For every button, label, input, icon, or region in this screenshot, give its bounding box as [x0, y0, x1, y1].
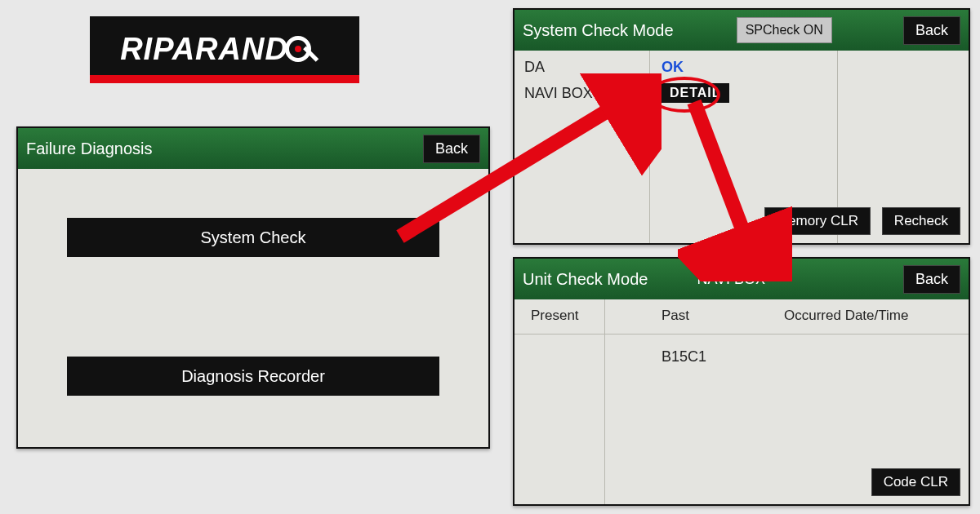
panel1-title: Failure Diagnosis: [26, 140, 153, 158]
panel1-header: Failure Diagnosis Back: [18, 128, 488, 169]
back-button[interactable]: Back: [903, 265, 960, 294]
memory-clr-button[interactable]: Memory CLR: [764, 207, 871, 235]
system-check-button[interactable]: System Check: [67, 218, 439, 257]
system-check-label: System Check: [201, 228, 306, 247]
col-header-occurred: Occurred Date/Time: [784, 308, 908, 324]
unit-check-mode-panel: Unit Check Mode NAVI BOX Back Present Pa…: [513, 257, 970, 506]
recheck-button[interactable]: Recheck: [882, 207, 960, 235]
diagnosis-recorder-button[interactable]: Diagnosis Recorder: [67, 357, 439, 396]
cell-past-code: B15C1: [662, 348, 706, 366]
panel3-body: Present Past Occurred Date/Time B15C1 Co…: [514, 299, 969, 504]
detail-button[interactable]: DETAIL: [662, 83, 729, 103]
panel3-title: Unit Check Mode: [523, 270, 648, 289]
panel3-subtitle: NAVI BOX: [697, 271, 765, 288]
riparando-logo: RIPARAND: [90, 16, 359, 82]
row-navibox-label: NAVI BOX: [524, 85, 593, 102]
back-button[interactable]: Back: [903, 16, 960, 45]
panel2-body: DA OK NAVI BOX DETAIL Memory CLR Recheck: [514, 51, 969, 243]
col-header-past: Past: [662, 308, 689, 324]
panel3-header: Unit Check Mode NAVI BOX Back: [514, 259, 969, 299]
code-clr-button[interactable]: Code CLR: [871, 468, 960, 496]
table-hline: [514, 334, 969, 335]
table-vline: [604, 299, 605, 504]
spcheck-on-button[interactable]: SPCheck ON: [737, 17, 832, 43]
logo-underline: [90, 75, 359, 83]
system-check-mode-panel: System Check Mode SPCheck ON Back DA OK …: [513, 8, 970, 245]
diagnosis-recorder-label: Diagnosis Recorder: [181, 367, 325, 386]
failure-diagnosis-panel: Failure Diagnosis Back System Check Diag…: [16, 126, 490, 449]
back-button[interactable]: Back: [423, 135, 480, 163]
col-header-present: Present: [531, 308, 579, 324]
panel2-header: System Check Mode SPCheck ON Back: [514, 10, 969, 51]
column-divider: [649, 51, 650, 243]
logo-text: RIPARAND: [120, 32, 288, 67]
row-da-label: DA: [524, 59, 545, 76]
panel2-title: System Check Mode: [523, 21, 674, 40]
row-da-value: OK: [662, 59, 684, 76]
